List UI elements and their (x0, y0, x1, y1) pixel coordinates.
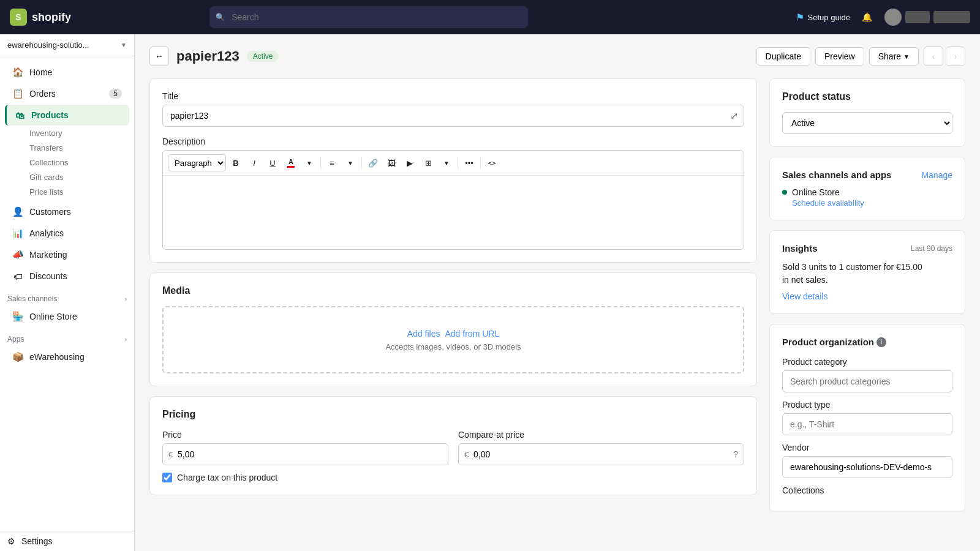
sidebar-sub-transfers[interactable]: Transfers (5, 141, 129, 155)
sidebar-item-marketing[interactable]: 📣 Marketing (5, 244, 129, 265)
insights-text: Sold 3 units to 1 customer for €15.00 in… (782, 261, 952, 287)
bell-icon: 🔔 (862, 12, 872, 22)
prev-page-button[interactable]: ‹ (924, 47, 943, 66)
add-from-url-link[interactable]: Add from URL (445, 329, 500, 339)
share-button[interactable]: Share ▼ (869, 47, 919, 66)
customers-icon: 👤 (12, 206, 23, 217)
paragraph-select[interactable]: Paragraph (168, 154, 226, 171)
sidebar-item-settings[interactable]: ⚙ Settings (0, 531, 134, 551)
category-label: Product category (782, 357, 952, 367)
sidebar-item-discounts[interactable]: 🏷 Discounts (5, 266, 129, 287)
setup-guide-button[interactable]: ⚑ Setup guide (796, 12, 850, 23)
rte-table-dropdown-button[interactable]: ▼ (438, 154, 455, 171)
rte-editor[interactable] (163, 176, 744, 249)
back-button[interactable]: ← (149, 47, 169, 66)
store-selector[interactable]: ewarehousing-solutio... ▼ (0, 34, 134, 56)
organization-info-icon[interactable]: i (876, 337, 886, 347)
rte-table-button[interactable]: ⊞ (420, 154, 437, 171)
price-input[interactable] (162, 443, 448, 465)
online-store-icon: 🏪 (12, 311, 23, 322)
store-selector-chevron-icon: ▼ (121, 42, 127, 48)
discounts-icon: 🏷 (12, 271, 23, 282)
sidebar-sub-inventory[interactable]: Inventory (5, 126, 129, 140)
sidebar: ewarehousing-solutio... ▼ 🏠 Home 📋 Order… (0, 34, 135, 551)
media-links: Add files Add from URL (407, 329, 499, 339)
preview-button[interactable]: Preview (815, 47, 864, 66)
media-hint: Accepts images, videos, or 3D models (385, 342, 521, 351)
add-files-link[interactable]: Add files (407, 329, 440, 339)
rte-more-button[interactable]: ••• (461, 154, 478, 171)
sidebar-item-customers[interactable]: 👤 Customers (5, 201, 129, 222)
rte-align-dropdown-button[interactable]: ▼ (342, 154, 359, 171)
setup-guide-label: Setup guide (808, 13, 850, 22)
channel-item-online-store: Online Store Schedule availability (782, 187, 952, 208)
apps-section-header: Apps › (0, 328, 134, 346)
search-input[interactable] (209, 6, 528, 28)
sales-channels-card: Sales channels and apps Manage Online St… (769, 157, 965, 220)
rte-container: Paragraph B I U A ▼ (162, 150, 744, 250)
compare-price-input[interactable] (458, 443, 744, 465)
duplicate-button[interactable]: Duplicate (756, 47, 810, 66)
notifications-button[interactable]: 🔔 (858, 7, 877, 27)
sidebar-sub-price-lists[interactable]: Price lists (5, 185, 129, 199)
rte-divider-3 (458, 157, 458, 169)
main-nav: 🏠 Home 📋 Orders 5 🛍 Products Inventory T… (0, 56, 134, 531)
compare-price-help-icon[interactable]: ? (733, 449, 738, 459)
orders-badge: 5 (109, 89, 122, 99)
sales-channels-expand-icon[interactable]: › (125, 296, 127, 302)
schedule-link[interactable]: Schedule availability (792, 198, 864, 208)
home-icon: 🏠 (12, 67, 23, 78)
rte-video-button[interactable]: ▶ (401, 154, 418, 171)
title-input[interactable] (162, 105, 744, 127)
rte-toolbar: Paragraph B I U A ▼ (163, 151, 744, 176)
sidebar-item-online-store[interactable]: 🏪 Online Store (5, 306, 129, 327)
sidebar-item-orders[interactable]: 📋 Orders 5 (5, 83, 129, 104)
layout: ewarehousing-solutio... ▼ 🏠 Home 📋 Order… (0, 34, 980, 551)
left-column: Title ⤢ Description Paragraph B I (149, 78, 757, 512)
sidebar-sub-gift-cards[interactable]: Gift cards (5, 170, 129, 184)
product-type-input[interactable] (782, 413, 952, 435)
header-actions: Duplicate Preview Share ▼ ‹ › (756, 47, 965, 66)
insights-title: Insights (782, 243, 818, 253)
product-status-select[interactable]: Active Draft (782, 112, 952, 134)
sidebar-sub-collections[interactable]: Collections (5, 156, 129, 170)
sidebar-item-ewarehousing[interactable]: 📦 eWarehousing (5, 347, 129, 367)
rte-italic-button[interactable]: I (246, 154, 263, 171)
vendor-input[interactable] (782, 456, 952, 478)
category-search-input[interactable] (782, 370, 952, 392)
insights-period: Last 90 days (911, 244, 952, 253)
media-card: Media Add files Add from URL Accepts ima… (149, 272, 757, 386)
rte-divider-1 (320, 157, 321, 169)
compare-currency-symbol: € (464, 450, 469, 459)
title-expand-icon: ⤢ (730, 110, 738, 122)
rte-bold-button[interactable]: B (227, 154, 244, 171)
rte-color-dropdown-button[interactable]: ▼ (301, 154, 318, 171)
page-header: ← papier123 Active Duplicate Preview Sha… (149, 47, 965, 66)
flag-icon: ⚑ (796, 12, 804, 23)
rte-underline-button[interactable]: U (264, 154, 281, 171)
sidebar-item-home[interactable]: 🏠 Home (5, 62, 129, 83)
next-page-button[interactable]: › (946, 47, 965, 66)
rte-source-button[interactable]: <> (483, 154, 500, 171)
logo: S shopify (10, 9, 71, 26)
search-wrap (209, 6, 528, 28)
sidebar-item-home-label: Home (29, 67, 52, 77)
ewarehousing-icon: 📦 (12, 351, 23, 362)
view-details-link[interactable]: View details (782, 291, 952, 301)
avatar (884, 9, 902, 26)
sidebar-item-analytics[interactable]: 📊 Analytics (5, 223, 129, 244)
media-dropzone[interactable]: Add files Add from URL Accepts images, v… (162, 306, 744, 373)
charge-tax-checkbox[interactable] (162, 473, 172, 482)
sidebar-item-products[interactable]: 🛍 Products (5, 105, 129, 126)
manage-link[interactable]: Manage (921, 170, 952, 180)
apps-expand-icon[interactable]: › (125, 336, 127, 343)
product-organization-card: Product organization i Product category … (769, 324, 965, 512)
share-label: Share (878, 51, 901, 61)
rte-align-button[interactable]: ≡ (323, 154, 341, 171)
rte-image-button[interactable]: 🖼 (383, 154, 400, 171)
rte-link-button[interactable]: 🔗 (364, 154, 382, 171)
rte-color-button[interactable]: A (282, 154, 300, 171)
sales-channels-label: Sales channels (7, 294, 57, 303)
vendor-wrap (782, 456, 952, 478)
charge-tax-label: Charge tax on this product (177, 473, 277, 482)
